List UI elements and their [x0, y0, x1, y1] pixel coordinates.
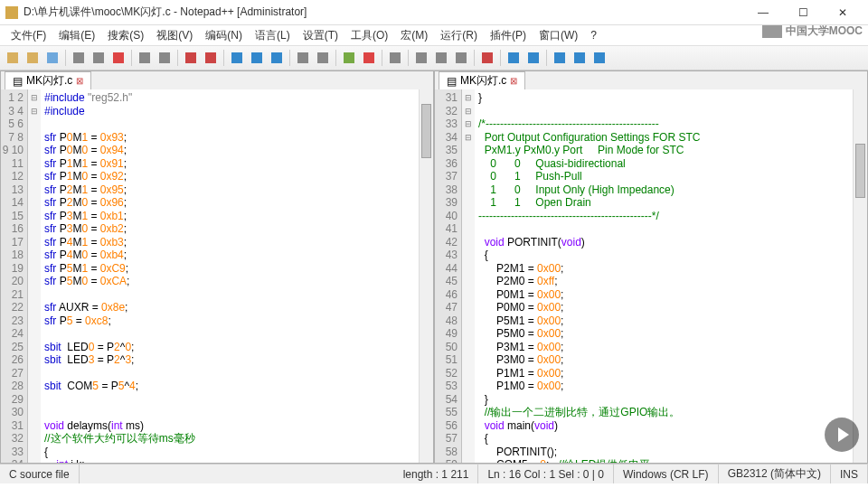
menu-o[interactable]: 工具(O) — [345, 26, 393, 45]
line-gutter: 1 2 3 4 5 6 7 8 9 10 11 12 13 14 15 16 1… — [1, 89, 28, 463]
tab-label: MK闪灯.c — [460, 73, 506, 89]
svg-rect-0 — [7, 52, 18, 63]
menu-v[interactable]: 视图(V) — [151, 26, 198, 45]
status-eol: Windows (CR LF) — [614, 465, 719, 483]
menu-w[interactable]: 窗口(W) — [533, 26, 583, 45]
fold-margin[interactable]: ⊟ ⊟ — [28, 89, 41, 463]
menu-m[interactable]: 宏(M) — [395, 26, 433, 45]
menu-n[interactable]: 编码(N) — [200, 26, 248, 45]
toolbar-button[interactable] — [4, 49, 22, 67]
toolbar-button[interactable] — [412, 49, 430, 67]
toolbar-button[interactable] — [386, 49, 404, 67]
menu-t[interactable]: 设置(T) — [297, 26, 344, 45]
svg-rect-10 — [231, 52, 242, 63]
toolbar-button[interactable] — [228, 49, 246, 67]
menu-[interactable]: ? — [585, 27, 602, 43]
svg-rect-11 — [251, 52, 262, 63]
scrollbar[interactable] — [853, 89, 867, 463]
toolbar-button[interactable] — [432, 49, 450, 67]
svg-rect-5 — [113, 52, 124, 63]
toolbar-button[interactable] — [505, 49, 523, 67]
svg-rect-14 — [317, 52, 328, 63]
line-gutter: 31 32 33 34 35 36 37 38 39 40 41 42 43 4… — [435, 89, 462, 463]
svg-rect-1 — [27, 52, 38, 63]
svg-rect-8 — [185, 52, 196, 63]
fold-margin[interactable]: ⊟ ⊟ ⊟ ⊟ — [462, 89, 475, 463]
menu-e[interactable]: 编辑(E) — [53, 26, 100, 45]
status-lang: C source file — [0, 465, 80, 483]
svg-rect-17 — [390, 52, 401, 63]
toolbar-button[interactable] — [24, 49, 42, 67]
menu-f[interactable]: 文件(F) — [5, 26, 52, 45]
menu-r[interactable]: 运行(R) — [435, 26, 483, 45]
toolbar-button[interactable] — [136, 49, 154, 67]
titlebar: D:\单片机课件\mooc\MK闪灯.c - Notepad++ [Admini… — [0, 0, 868, 25]
toolbar-button[interactable] — [182, 49, 200, 67]
status-pos: Ln : 16 Col : 1 Sel : 0 | 0 — [478, 465, 614, 483]
svg-rect-12 — [271, 52, 282, 63]
svg-rect-20 — [456, 52, 467, 63]
window-title: D:\单片机课件\mooc\MK闪灯.c - Notepad++ [Admini… — [24, 5, 743, 20]
svg-rect-3 — [73, 52, 84, 63]
svg-rect-13 — [297, 52, 308, 63]
tab-left[interactable]: ▤ MK闪灯.c ⊠ — [5, 71, 91, 89]
toolbar-button[interactable] — [452, 49, 470, 67]
close-icon[interactable]: ⊠ — [510, 76, 517, 86]
app-icon — [5, 6, 18, 19]
svg-rect-25 — [574, 52, 585, 63]
svg-rect-19 — [436, 52, 447, 63]
toolbar-button[interactable] — [294, 49, 312, 67]
svg-rect-15 — [344, 52, 354, 63]
svg-rect-9 — [205, 52, 216, 63]
toolbar-button[interactable] — [340, 49, 358, 67]
menu-s[interactable]: 搜索(S) — [102, 26, 149, 45]
menubar: 文件(F)编辑(E)搜索(S)视图(V)编码(N)语言(L)设置(T)工具(O)… — [0, 25, 868, 45]
svg-rect-16 — [363, 52, 374, 63]
toolbar-button[interactable] — [90, 49, 108, 67]
toolbar — [0, 45, 868, 70]
status-ins: INS — [831, 465, 868, 483]
toolbar-button[interactable] — [590, 49, 609, 67]
code-area[interactable]: #include "reg52.h" #include sfr P0M1 = 0… — [41, 89, 419, 463]
status-enc: GB2312 (简体中文) — [719, 465, 831, 483]
toolbar-button[interactable] — [571, 49, 589, 67]
editor-left[interactable]: 1 2 3 4 5 6 7 8 9 10 11 12 13 14 15 16 1… — [1, 89, 433, 463]
tab-right[interactable]: ▤ MK闪灯.c ⊠ — [439, 71, 525, 89]
svg-rect-7 — [159, 52, 170, 63]
scrollbar[interactable] — [419, 89, 433, 463]
toolbar-button[interactable] — [478, 49, 496, 67]
svg-rect-24 — [554, 52, 565, 63]
left-pane: ▤ MK闪灯.c ⊠ 1 2 3 4 5 6 7 8 9 10 11 12 13… — [0, 70, 434, 464]
toolbar-button[interactable] — [314, 49, 332, 67]
toolbar-button[interactable] — [202, 49, 220, 67]
menu-p[interactable]: 插件(P) — [485, 26, 532, 45]
toolbar-button[interactable] — [248, 49, 266, 67]
tab-label: MK闪灯.c — [26, 73, 72, 89]
toolbar-button[interactable] — [360, 49, 378, 67]
right-pane: ▤ MK闪灯.c ⊠ 31 32 33 34 35 36 37 38 39 40… — [434, 70, 868, 464]
toolbar-button[interactable] — [109, 49, 127, 67]
svg-rect-22 — [508, 52, 519, 63]
maximize-button[interactable]: ☐ — [783, 1, 823, 24]
play-button[interactable] — [825, 418, 859, 452]
svg-rect-6 — [139, 52, 150, 63]
svg-rect-18 — [416, 52, 427, 63]
close-button[interactable]: ✕ — [823, 1, 863, 24]
toolbar-button[interactable] — [268, 49, 286, 67]
editor-right[interactable]: 31 32 33 34 35 36 37 38 39 40 41 42 43 4… — [435, 89, 867, 463]
code-area[interactable]: } /*------------------------------------… — [475, 89, 853, 463]
file-icon: ▤ — [447, 75, 457, 88]
menu-l[interactable]: 语言(L) — [250, 26, 296, 45]
svg-rect-21 — [482, 52, 493, 63]
toolbar-button[interactable] — [156, 49, 174, 67]
toolbar-button[interactable] — [43, 49, 61, 67]
toolbar-button[interactable] — [551, 49, 569, 67]
split-editor: ▤ MK闪灯.c ⊠ 1 2 3 4 5 6 7 8 9 10 11 12 13… — [0, 70, 868, 464]
svg-rect-4 — [93, 52, 104, 63]
close-icon[interactable]: ⊠ — [76, 76, 83, 86]
toolbar-button[interactable] — [70, 49, 88, 67]
svg-rect-26 — [594, 52, 605, 63]
file-icon: ▤ — [13, 75, 23, 88]
toolbar-button[interactable] — [524, 49, 542, 67]
minimize-button[interactable]: — — [743, 1, 783, 24]
